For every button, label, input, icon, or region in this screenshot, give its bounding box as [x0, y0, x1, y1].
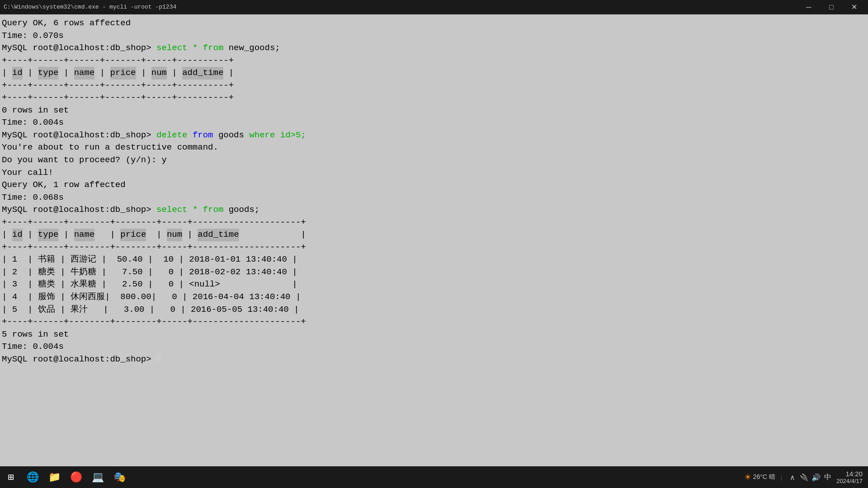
query-ok-1: Query OK, 1 row affected: [2, 179, 866, 192]
taskbar: ⊞ 🌐 📁 🔴 💻 🎭 ☀ 26°C 晴 | ∧ 🔌 🔊 中 14:20 202…: [0, 466, 868, 488]
weather-temp: 26°C 晴: [753, 473, 775, 481]
title-bar-text: C:\Windows\system32\cmd.exe - mycli -uro…: [4, 4, 176, 10]
minimize-button[interactable]: ─: [798, 1, 819, 14]
keyword-where: where: [244, 129, 275, 142]
restore-button[interactable]: □: [821, 1, 842, 14]
five-rows: 5 rows in set: [2, 328, 866, 341]
cmd-table-3: goods;: [223, 204, 259, 216]
table2-row2: | 2 | 糖类 | 牛奶糖 | 7.50 | 0 | 2018-02-02 1…: [2, 266, 866, 279]
prompt-2: MySQL root@localhost:db_shop>: [2, 129, 156, 142]
prompt-1: MySQL root@localhost:db_shop>: [2, 42, 156, 55]
prompt-line-2: MySQL root@localhost:db_shop> delete fro…: [2, 129, 866, 142]
taskbar-left: ⊞ 🌐 📁 🔴 💻 🎭: [0, 466, 130, 488]
tray-ime-icon[interactable]: 中: [823, 472, 833, 482]
table1-header: | id | type | name | price | num | add_t…: [2, 67, 866, 80]
weather-widget: ☀ 26°C 晴: [744, 472, 775, 482]
tray-up-icon[interactable]: ∧: [788, 472, 797, 482]
col-id-2: id: [12, 229, 23, 241]
prompt-3: MySQL root@localhost:db_shop>: [2, 204, 156, 216]
zero-rows: 0 rows in set: [2, 104, 866, 117]
edge-icon[interactable]: 🌐: [22, 466, 43, 488]
prompt-line-1: MySQL root@localhost:db_shop> select * f…: [2, 42, 866, 55]
time-1: Time: 0.004s: [2, 117, 866, 129]
close-button[interactable]: ✕: [844, 1, 864, 14]
table2-row1: | 1 | 书籍 | 西游记 | 50.40 | 10 | 2018-01-01…: [2, 253, 866, 266]
tray-network-icon[interactable]: 🔌: [799, 472, 809, 482]
table2-row5: | 5 | 饮品 | 果汁 | 3.00 | 0 | 2016-05-05 13…: [2, 304, 866, 316]
cmd-table-1: new_goods;: [223, 42, 280, 55]
clock[interactable]: 14:20 2024/4/17: [836, 470, 863, 484]
clock-date: 2024/4/17: [836, 478, 863, 484]
time-3: Time: 0.004s: [2, 341, 866, 353]
col-addtime-1: add_time: [182, 67, 223, 80]
your-call: Your call!: [2, 167, 866, 179]
cmd-select-1: select * from: [156, 42, 223, 55]
table2-header: | id | type | name | price | num | add_t…: [2, 229, 866, 241]
table1-border1: +----+------+------+-------+-----+------…: [2, 55, 866, 67]
tray-volume-icon[interactable]: 🔊: [811, 472, 821, 482]
sys-tray: ∧ 🔌 🔊 中: [788, 472, 833, 482]
prompt-line-4: MySQL root@localhost:db_shop>: [2, 353, 866, 366]
prompt-line-3: MySQL root@localhost:db_shop> select * f…: [2, 204, 866, 216]
table2-row4: | 4 | 服饰 | 休闲西服| 800.00| 0 | 2016-04-04 …: [2, 291, 866, 304]
table2-border3: +----+------+--------+--------+-----+---…: [2, 316, 866, 328]
col-price-2: price: [120, 229, 146, 241]
table2-border1: +----+------+--------+--------+-----+---…: [2, 216, 866, 229]
keyword-from-1: from: [187, 129, 213, 142]
col-price-1: price: [110, 67, 136, 80]
taskbar-separator: |: [781, 474, 782, 481]
col-name-1: name: [74, 67, 95, 80]
keyword-gt5: id>5;: [275, 129, 306, 142]
terminal-icon[interactable]: 💻: [87, 466, 108, 488]
col-num-2: num: [167, 229, 182, 241]
col-type-2: type: [38, 229, 59, 241]
taskbar-right: ☀ 26°C 晴 | ∧ 🔌 🔊 中 14:20 2024/4/17: [744, 470, 868, 484]
col-addtime-2: add_time: [198, 229, 239, 241]
powerpoint-icon[interactable]: 🔴: [65, 466, 87, 488]
start-button[interactable]: ⊞: [0, 466, 22, 488]
cursor: [156, 353, 161, 361]
time-2: Time: 0.068s: [2, 192, 866, 204]
terminal-window[interactable]: Query OK, 6 rows affected Time: 0.070s M…: [0, 14, 868, 470]
cmd-table-2: goods: [213, 129, 244, 142]
table1-border2: +----+------+------+-------+-----+------…: [2, 80, 866, 92]
table2-border2: +----+------+--------+--------+-----+---…: [2, 241, 866, 254]
prompt-4: MySQL root@localhost:db_shop>: [2, 353, 156, 366]
app-icon[interactable]: 🎭: [108, 466, 130, 488]
output-line-1: Query OK, 6 rows affected: [2, 17, 866, 30]
output-line-2: Time: 0.070s: [2, 30, 866, 42]
col-type-1: type: [38, 67, 59, 80]
table1-border3: +----+------+------+-------+-----+------…: [2, 92, 866, 104]
warning-line-2: Do you want to proceed? (y/n): y: [2, 154, 866, 167]
cmd-select-2: select * from: [156, 204, 223, 216]
col-num-1: num: [151, 67, 167, 80]
table2-row3: | 3 | 糖类 | 水果糖 | 2.50 | 0 | <null> |: [2, 278, 866, 291]
warning-line-1: You're about to run a destructive comman…: [2, 141, 866, 154]
cmd-delete: delete: [156, 129, 187, 142]
weather-icon: ☀: [744, 472, 751, 482]
title-bar: C:\Windows\system32\cmd.exe - mycli -uro…: [0, 0, 868, 14]
explorer-icon[interactable]: 📁: [43, 466, 65, 488]
clock-time: 14:20: [836, 470, 863, 478]
col-name-2: name: [74, 229, 95, 241]
title-bar-controls: ─ □ ✕: [798, 1, 864, 14]
col-id-1: id: [12, 67, 23, 80]
